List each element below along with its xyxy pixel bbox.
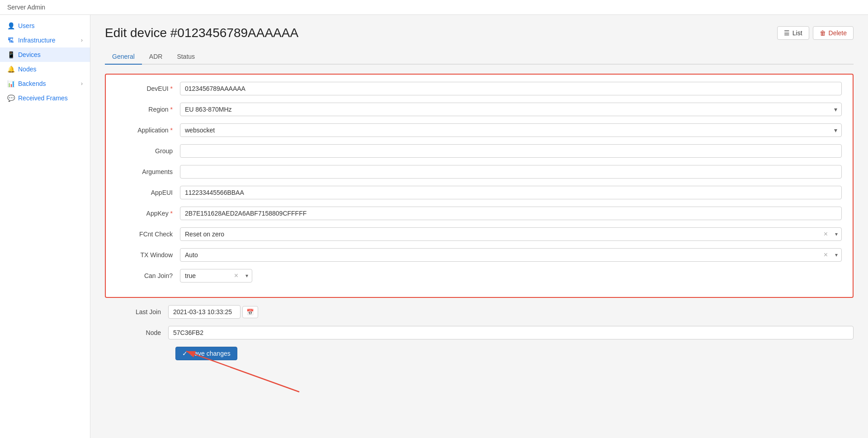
check-icon: ✓	[182, 350, 188, 357]
last-join-label: Last Join	[105, 308, 168, 316]
tx-window-label: TX Window	[117, 251, 180, 259]
page-title: Edit device #0123456789AAAAAA	[105, 26, 298, 40]
form-group-fcnt-check: FCnt Check Reset on zero × ▾	[117, 227, 842, 241]
sidebar-label-nodes: Nodes	[18, 66, 36, 73]
node-label: Node	[105, 329, 168, 336]
form-group-group: Group	[117, 144, 842, 158]
tab-general[interactable]: General	[105, 49, 142, 65]
appeui-label: AppEUI	[117, 189, 180, 196]
chevron-right-icon: ›	[81, 37, 83, 43]
can-join-clear-button[interactable]: ×	[231, 272, 242, 279]
sidebar-item-received-frames[interactable]: 💬 Received Frames	[0, 91, 90, 105]
tx-window-select-wrapper: Auto × ▾	[180, 248, 842, 262]
save-button-label: Save changes	[190, 350, 231, 357]
form-group-appkey: AppKey *	[117, 207, 842, 220]
region-select[interactable]: EU 863-870MHz	[180, 103, 842, 116]
application-select[interactable]: websocket	[180, 123, 842, 137]
tx-window-select[interactable]: Auto	[180, 249, 820, 261]
can-join-select-wrapper: true false × ▾	[180, 269, 252, 283]
form-group-region: Region * EU 863-870MHz ▾	[117, 103, 842, 116]
sidebar-item-users[interactable]: 👤 Users	[0, 19, 90, 33]
save-changes-button[interactable]: ✓ Save changes	[175, 347, 237, 360]
app-title: Server Admin	[7, 4, 45, 11]
datetime-wrapper: 📅	[168, 305, 258, 319]
sidebar-label-users: Users	[18, 22, 35, 29]
users-icon: 👤	[7, 22, 14, 29]
can-join-dropdown-icon: ▾	[242, 273, 252, 279]
delete-button[interactable]: 🗑 Delete	[813, 26, 854, 40]
sidebar-label-infrastructure: Infrastructure	[18, 37, 55, 44]
backends-icon: 📊	[7, 80, 14, 87]
tabs: General ADR Status	[105, 49, 854, 65]
form-group-application: Application * websocket ▾	[117, 123, 842, 137]
sidebar-label-devices: Devices	[18, 51, 41, 58]
arguments-input[interactable]	[180, 165, 842, 179]
devices-icon: 📱	[7, 51, 14, 58]
group-label: Group	[117, 147, 180, 155]
tab-adr[interactable]: ADR	[142, 49, 170, 65]
list-button-label: List	[793, 29, 802, 37]
tx-window-clear-button[interactable]: ×	[820, 251, 831, 259]
calendar-button[interactable]: 📅	[242, 306, 258, 318]
last-join-input[interactable]	[168, 305, 241, 319]
form-group-arguments: Arguments	[117, 165, 842, 179]
arguments-label: Arguments	[117, 168, 180, 175]
deveui-label: DevEUI *	[117, 85, 180, 92]
region-label: Region *	[117, 106, 180, 113]
tab-status[interactable]: Status	[170, 49, 202, 65]
received-frames-icon: 💬	[7, 94, 14, 102]
fcnt-check-select[interactable]: Reset on zero	[180, 228, 820, 240]
list-icon: ☰	[784, 29, 790, 37]
fcnt-check-clear-button[interactable]: ×	[820, 231, 831, 238]
tx-window-dropdown-icon: ▾	[831, 252, 841, 258]
can-join-label: Can Join?	[117, 272, 180, 279]
form-group-last-join: Last Join 📅	[105, 305, 854, 319]
sidebar-item-infrastructure[interactable]: 🏗 Infrastructure ›	[0, 33, 90, 47]
sidebar-item-backends[interactable]: 📊 Backends ›	[0, 76, 90, 91]
fcnt-check-select-wrapper: Reset on zero × ▾	[180, 227, 842, 241]
form-group-appeui: AppEUI	[117, 186, 842, 199]
sidebar: 👤 Users 🏗 Infrastructure › 📱 Devices 🔔 N…	[0, 15, 90, 438]
nodes-icon: 🔔	[7, 66, 14, 73]
sidebar-label-received-frames: Received Frames	[18, 94, 68, 102]
chevron-right-icon-backends: ›	[81, 80, 83, 87]
infrastructure-icon: 🏗	[7, 37, 14, 44]
save-section: ✓ Save changes	[105, 347, 854, 360]
form-group-can-join: Can Join? true false × ▾	[117, 269, 842, 283]
sidebar-item-devices[interactable]: 📱 Devices	[0, 47, 90, 62]
page-header: Edit device #0123456789AAAAAA ☰ List 🗑 D…	[105, 26, 854, 40]
sidebar-label-backends: Backends	[18, 80, 46, 87]
deveui-input[interactable]	[180, 82, 842, 95]
form-group-deveui: DevEUI *	[117, 82, 842, 95]
fcnt-check-dropdown-icon: ▾	[831, 231, 841, 237]
appkey-label: AppKey *	[117, 210, 180, 217]
fcnt-check-label: FCnt Check	[117, 231, 180, 238]
appkey-input[interactable]	[180, 207, 842, 220]
main-content: Edit device #0123456789AAAAAA ☰ List 🗑 D…	[90, 15, 868, 438]
form-group-node: Node	[105, 326, 854, 339]
header-actions: ☰ List 🗑 Delete	[777, 26, 854, 40]
calendar-icon: 📅	[246, 309, 254, 316]
list-button[interactable]: ☰ List	[777, 26, 809, 40]
application-label: Application *	[117, 127, 180, 134]
form-section-highlighted: DevEUI * Region * EU 863-870MHz ▾	[105, 74, 854, 298]
sidebar-item-nodes[interactable]: 🔔 Nodes	[0, 62, 90, 76]
application-select-wrapper: websocket ▾	[180, 123, 842, 137]
form-group-tx-window: TX Window Auto × ▾	[117, 248, 842, 262]
delete-icon: 🗑	[820, 29, 826, 37]
node-input[interactable]	[168, 326, 854, 339]
region-select-wrapper: EU 863-870MHz ▾	[180, 103, 842, 116]
delete-button-label: Delete	[829, 29, 847, 37]
form-section-plain: Last Join 📅 Node	[105, 305, 854, 339]
top-bar: Server Admin	[0, 0, 868, 15]
appeui-input[interactable]	[180, 186, 842, 199]
group-input[interactable]	[180, 144, 842, 158]
can-join-select[interactable]: true false	[180, 269, 231, 282]
